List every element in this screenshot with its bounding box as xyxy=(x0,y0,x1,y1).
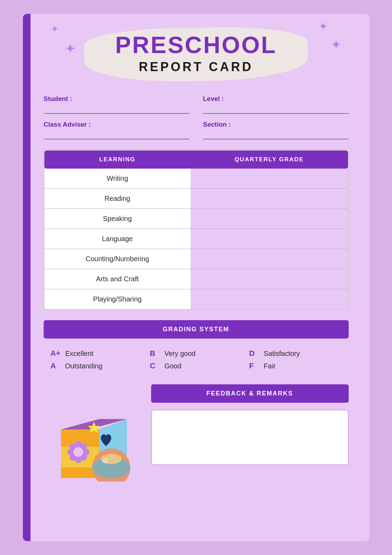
subject-name: Speaking xyxy=(44,209,191,229)
section-field: Section : xyxy=(203,121,349,139)
student-label: Student : xyxy=(44,95,189,103)
toy-illustration xyxy=(44,384,141,481)
info-fields: Student : Level : Class Adviser : Sectio… xyxy=(44,95,349,139)
grading-header: GRADING SYSTEM xyxy=(44,320,349,339)
grade-letter: F xyxy=(249,361,259,370)
table-row: Writing xyxy=(44,169,348,189)
header-section: PRESCHOOL REPORT CARD xyxy=(44,28,349,81)
feedback-header: FEEDBACK & REMARKS xyxy=(151,384,349,403)
grade-item: FFair xyxy=(249,361,342,370)
grade-description: Fair xyxy=(264,362,276,370)
grade-table-container: LEARNING QUARTERLY GRADE WritingReadingS… xyxy=(44,150,349,310)
feedback-section: FEEDBACK & REMARKS xyxy=(44,384,349,481)
grade-item: CGood xyxy=(150,361,242,370)
grade-description: Good xyxy=(164,362,181,370)
student-input-line[interactable] xyxy=(44,104,189,114)
grade-letter: C xyxy=(150,361,159,370)
feedback-box[interactable] xyxy=(151,410,349,465)
grade-description: Very good xyxy=(164,350,195,358)
table-row: Playing/Sharing xyxy=(44,289,348,309)
grade-description: Excellent xyxy=(65,350,93,358)
subject-name: Reading xyxy=(44,189,191,209)
level-field: Level : xyxy=(203,95,349,114)
grade-item: AOutstanding xyxy=(51,361,143,370)
grade-description: Outstanding xyxy=(65,362,103,370)
grading-system-section: GRADING SYSTEM A+ExcellentBVery goodDSat… xyxy=(44,320,349,374)
col-header-grade: QUARTERLY GRADE xyxy=(191,151,348,169)
grade-letter: A xyxy=(51,361,60,370)
title-preschool: PRESCHOOL xyxy=(115,31,277,58)
grade-letter: D xyxy=(249,349,259,358)
toy-svg xyxy=(44,384,141,481)
adviser-field: Class Adviser : xyxy=(44,121,189,139)
svg-point-15 xyxy=(73,447,83,457)
report-card-page: ✦ ✦ ✦ ✦ PRESCHOOL REPORT CARD Student : … xyxy=(23,14,369,541)
grade-cell[interactable] xyxy=(191,269,348,289)
table-header-row: LEARNING QUARTERLY GRADE xyxy=(44,151,348,169)
table-row: Language xyxy=(44,229,348,249)
grade-item: DSatisfactory xyxy=(249,349,342,358)
subject-name: Writing xyxy=(44,169,191,189)
brush-stroke-bg: PRESCHOOL REPORT CARD xyxy=(94,28,298,81)
grading-grid: A+ExcellentBVery goodDSatisfactoryAOutst… xyxy=(44,345,349,374)
grade-letter: A+ xyxy=(51,349,61,358)
section-label: Section : xyxy=(203,121,349,128)
grade-cell[interactable] xyxy=(191,249,348,269)
section-input-line[interactable] xyxy=(203,130,349,139)
subject-name: Counting/Numbering xyxy=(44,249,191,269)
grade-cell[interactable] xyxy=(191,169,348,189)
level-label: Level : xyxy=(203,95,349,103)
grade-item: BVery good xyxy=(150,349,242,358)
table-row: Speaking xyxy=(44,209,348,229)
feedback-content: FEEDBACK & REMARKS xyxy=(151,384,349,465)
subject-name: Playing/Sharing xyxy=(44,289,191,309)
grade-cell[interactable] xyxy=(191,209,348,229)
table-row: Counting/Numbering xyxy=(44,249,348,269)
table-row: Reading xyxy=(44,189,348,209)
grade-table: LEARNING QUARTERLY GRADE WritingReadingS… xyxy=(44,151,348,309)
table-row: Arts and Craft xyxy=(44,269,348,289)
student-field: Student : xyxy=(44,95,189,114)
grade-cell[interactable] xyxy=(191,289,348,309)
grade-cell[interactable] xyxy=(191,229,348,249)
level-input-line[interactable] xyxy=(203,104,349,114)
adviser-input-line[interactable] xyxy=(44,130,189,139)
subject-name: Language xyxy=(44,229,191,249)
svg-point-19 xyxy=(103,458,108,463)
col-header-learning: LEARNING xyxy=(44,151,191,169)
grade-description: Satisfactory xyxy=(264,350,300,358)
grade-cell[interactable] xyxy=(191,189,348,209)
table-body: WritingReadingSpeakingLanguageCounting/N… xyxy=(44,169,348,309)
adviser-label: Class Adviser : xyxy=(44,121,189,128)
title-report-card: REPORT CARD xyxy=(115,60,277,74)
grade-item: A+Excellent xyxy=(51,349,143,358)
grade-letter: B xyxy=(150,349,159,358)
subject-name: Arts and Craft xyxy=(44,269,191,289)
